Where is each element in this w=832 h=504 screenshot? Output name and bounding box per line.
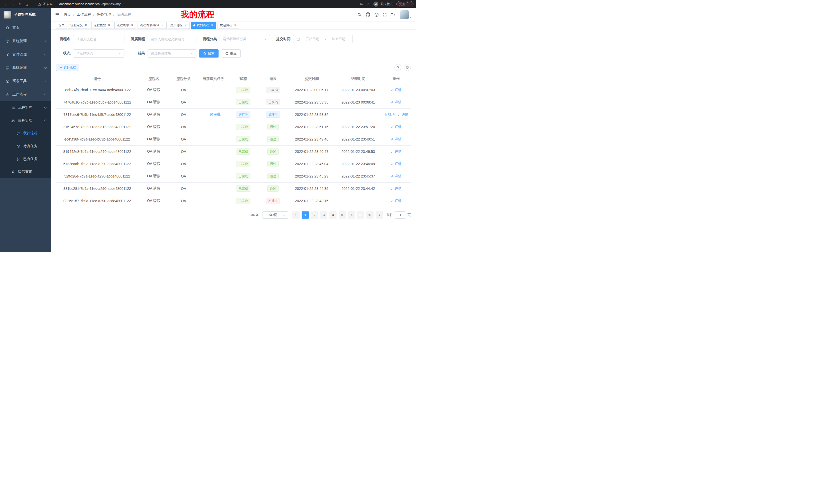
current-task-link[interactable]: 一级审批 <box>206 112 220 116</box>
help-icon[interactable]: ? <box>374 12 379 17</box>
search-button[interactable]: 搜索 <box>199 49 218 58</box>
submit-time-range-picker[interactable]: 开始日期 - 结束日期 <box>293 35 353 43</box>
sidebar-item-payment[interactable]: 支付管理 <box>0 48 51 61</box>
result-badge: 通过 <box>267 186 279 192</box>
sidebar-item-workflow[interactable]: 工作流程 <box>0 88 51 101</box>
detail-link[interactable]: 详情 <box>391 199 401 203</box>
result-badge: 不通过 <box>266 198 280 204</box>
breadcrumb-item[interactable]: 首页 <box>64 12 77 17</box>
tab-start-process[interactable]: 发起流程× <box>217 22 239 29</box>
calendar-icon <box>296 37 300 41</box>
forward-button[interactable]: → <box>9 1 17 8</box>
chevron-down-icon <box>44 53 47 55</box>
detail-link[interactable]: 详情 <box>391 137 401 142</box>
sidebar-item-infrastructure[interactable]: 基础设施 <box>0 61 51 75</box>
edit-icon <box>398 113 401 116</box>
table-row: 7470a810-7b9b-11ec-b5b7-acde48001122OA 请… <box>56 96 411 108</box>
close-icon[interactable]: × <box>184 24 187 27</box>
submit-time: 2022-01-22 23:53:35 <box>288 96 335 108</box>
reset-button[interactable]: 重置 <box>221 49 241 58</box>
close-icon[interactable]: × <box>161 24 164 27</box>
more-pages-button[interactable]: ··· <box>357 212 364 219</box>
detail-link[interactable]: 详情 <box>391 174 401 178</box>
toggle-search-button[interactable] <box>394 64 401 71</box>
address-bar[interactable]: 不安全 dashboard.yudao.iocoder.cn/bpm/task/… <box>38 2 360 6</box>
status-select[interactable]: 请选择状态 <box>73 49 125 58</box>
user-menu[interactable] <box>400 10 412 19</box>
detail-link[interactable]: 详情 <box>391 162 401 166</box>
close-icon[interactable]: × <box>107 24 111 27</box>
page-button-1[interactable]: 1 <box>302 212 309 219</box>
browser-update-button[interactable]: 更新 ⋮ <box>396 1 413 7</box>
tab-user-group[interactable]: 用户分组× <box>168 22 190 29</box>
home-button[interactable]: ⌂ <box>23 1 30 8</box>
detail-link[interactable]: 详情 <box>391 88 401 92</box>
page-button-4[interactable]: 4 <box>329 212 337 219</box>
tab-process-form-edit[interactable]: 流程表单-编辑× <box>137 22 166 29</box>
tab-home[interactable]: 首页 <box>56 22 67 29</box>
current-task-cell <box>198 158 229 170</box>
close-icon[interactable]: × <box>233 24 237 27</box>
fullscreen-icon[interactable] <box>383 13 387 17</box>
tab-process-model[interactable]: 流程模型× <box>91 22 113 29</box>
sidebar-logo[interactable]: 芋道管理系统 <box>0 8 51 21</box>
process-name-input[interactable] <box>73 35 125 43</box>
sidebar-item-done-task[interactable]: 已办任务 <box>0 152 51 165</box>
tab-my-process[interactable]: 我的流程× <box>191 22 216 29</box>
breadcrumb: 首页 工作流程 任务管理 我的流程 <box>64 12 131 17</box>
password-key-icon[interactable] <box>360 2 363 6</box>
hamburger-icon[interactable] <box>55 12 60 17</box>
actions-cell: 详情 <box>382 170 411 183</box>
sidebar-item-leave-query[interactable]: 请假查询 <box>0 165 51 178</box>
bookmark-star-icon[interactable]: ☆ <box>367 2 370 6</box>
chevron-down-icon <box>44 80 47 82</box>
reload-button[interactable]: ↻ <box>17 1 23 8</box>
search-icon[interactable] <box>357 12 362 17</box>
sidebar-item-task-management[interactable]: 任务管理 <box>0 114 51 127</box>
sidebar-item-todo-task[interactable]: 待办任务 <box>0 140 51 152</box>
chevron-up-icon <box>44 120 47 122</box>
edit-icon <box>391 101 394 104</box>
page-button-2[interactable]: 2 <box>311 212 318 219</box>
close-icon[interactable]: × <box>84 24 88 27</box>
process-id: 2152467e-7b9b-11ec-9a1b-acde48001122 <box>56 121 138 133</box>
prev-page-button[interactable] <box>292 212 300 219</box>
github-icon[interactable] <box>366 12 370 17</box>
sidebar-item-system[interactable]: 系统管理 <box>0 34 51 48</box>
cancel-link[interactable]: 取消 <box>384 112 395 117</box>
process-definition-input[interactable] <box>148 35 197 43</box>
next-page-button[interactable] <box>375 212 383 219</box>
briefcase-icon <box>5 93 10 96</box>
action-label: 详情 <box>395 88 401 92</box>
font-size-icon[interactable]: TT <box>391 12 395 17</box>
process-category-select[interactable]: 请选择流程分类 <box>219 35 270 43</box>
page-button-3[interactable]: 3 <box>320 212 327 219</box>
tab-process-form[interactable]: 流程表单× <box>114 22 136 29</box>
page-size-select[interactable]: 10条/页 <box>262 212 288 219</box>
detail-link[interactable]: 详情 <box>391 100 401 105</box>
back-button[interactable]: ← <box>3 1 9 8</box>
detail-link[interactable]: 详情 <box>398 112 408 117</box>
page-button-6[interactable]: 6 <box>348 212 355 219</box>
detail-link[interactable]: 详情 <box>391 186 401 191</box>
sidebar-item-my-process[interactable]: 我的流程 <box>0 127 51 140</box>
end-time: 2022-01-23 00:07:03 <box>335 84 382 96</box>
goto-page-input[interactable] <box>395 212 406 219</box>
page-button-5[interactable]: 5 <box>339 212 346 219</box>
close-icon[interactable]: × <box>210 24 214 27</box>
detail-link[interactable]: 详情 <box>391 149 401 154</box>
sidebar-item-devtools[interactable]: 研发工具 <box>0 75 51 88</box>
sidebar-item-process-management[interactable]: 流程管理 <box>0 101 51 114</box>
sidebar-item-home[interactable]: 首页 <box>0 21 51 34</box>
table-row: 819442e8-7b9a-11ec-a290-acde48001122OA 请… <box>56 145 411 158</box>
page-button-11[interactable]: 11 <box>366 212 373 219</box>
detail-link[interactable]: 详情 <box>391 124 401 129</box>
tab-process-definition[interactable]: 流程定义× <box>68 22 90 29</box>
table-row: 331bc281-7b9a-11ec-a290-acde48001122OA 请… <box>56 183 411 195</box>
result-select[interactable]: 请选择流结果 <box>148 49 197 58</box>
refresh-table-button[interactable] <box>404 64 411 71</box>
process-id: ec45f38f-7b9a-11ec-b03b-acde48001122 <box>56 133 138 145</box>
close-icon[interactable]: × <box>130 24 134 27</box>
start-process-button[interactable]: 发起流程 <box>56 64 79 71</box>
kebab-menu-icon[interactable]: ⋮ <box>407 2 411 6</box>
